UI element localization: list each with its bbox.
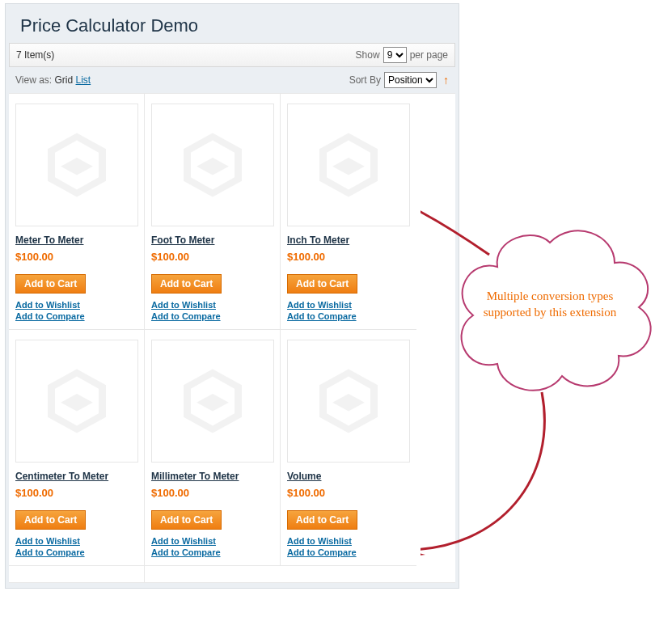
product-image[interactable] [287, 104, 410, 226]
view-list-link[interactable]: List [76, 74, 91, 86]
product-image[interactable] [151, 104, 274, 226]
product-name[interactable]: Volume [287, 471, 410, 482]
product-card: Volume $100.00 Add to Cart Add to Wishli… [281, 330, 416, 566]
product-price: $100.00 [151, 487, 273, 499]
sort-direction-icon[interactable]: ↑ [443, 74, 449, 87]
add-to-cart-button[interactable]: Add to Cart [151, 510, 222, 530]
page-title: Price Calculator Demo [6, 4, 459, 43]
product-card: Inch To Meter $100.00 Add to Cart Add to… [281, 94, 416, 330]
product-price: $100.00 [151, 251, 273, 263]
add-to-compare-link[interactable]: Add to Compare [15, 311, 137, 321]
product-card: Millimeter To Meter $100.00 Add to Cart … [145, 330, 281, 566]
show-select[interactable]: 9 [383, 47, 407, 63]
add-to-compare-link[interactable]: Add to Compare [15, 547, 137, 557]
add-to-compare-link[interactable]: Add to Compare [287, 547, 410, 557]
product-image[interactable] [15, 104, 138, 226]
product-price: $100.00 [15, 251, 137, 263]
add-to-wishlist-link[interactable]: Add to Wishlist [287, 300, 410, 310]
product-card: Foot To Meter $100.00 Add to Cart Add to… [145, 94, 281, 330]
product-image[interactable] [287, 340, 410, 463]
product-name[interactable]: Foot To Meter [151, 234, 273, 246]
annotation-text: Multiple conversion types supported by t… [479, 288, 621, 321]
product-image[interactable] [151, 340, 274, 463]
product-name[interactable]: Millimeter To Meter [151, 471, 273, 482]
product-name[interactable]: Inch To Meter [287, 234, 410, 246]
product-card: Centimeter To Meter $100.00 Add to Cart … [9, 330, 145, 566]
add-to-wishlist-link[interactable]: Add to Wishlist [15, 300, 137, 310]
product-grid-partial-row [9, 566, 455, 583]
add-to-wishlist-link[interactable]: Add to Wishlist [15, 536, 137, 546]
view-grid: Grid [54, 74, 73, 86]
view-as-label: View as: [15, 74, 52, 86]
per-page-label: per page [410, 49, 448, 61]
show-label: Show [356, 49, 380, 61]
page-container: Price Calculator Demo 7 Item(s) Show 9 p… [5, 3, 459, 589]
item-count: 7 Item(s) [16, 49, 54, 61]
add-to-compare-link[interactable]: Add to Compare [151, 311, 273, 321]
product-image[interactable] [15, 340, 138, 463]
product-card: Meter To Meter $100.00 Add to Cart Add t… [9, 94, 145, 330]
viewbar: View as: Grid List Sort By Position ↑ [9, 69, 455, 93]
product-name[interactable]: Meter To Meter [15, 234, 137, 246]
add-to-cart-button[interactable]: Add to Cart [15, 510, 86, 530]
add-to-cart-button[interactable]: Add to Cart [15, 274, 86, 294]
add-to-wishlist-link[interactable]: Add to Wishlist [151, 300, 273, 310]
sort-by-select[interactable]: Position [384, 72, 437, 88]
product-price: $100.00 [287, 487, 410, 499]
add-to-compare-link[interactable]: Add to Compare [151, 547, 273, 557]
add-to-cart-button[interactable]: Add to Cart [151, 274, 222, 294]
add-to-cart-button[interactable]: Add to Cart [287, 510, 357, 530]
sort-by-label: Sort By [349, 74, 381, 86]
product-price: $100.00 [15, 487, 137, 499]
add-to-cart-button[interactable]: Add to Cart [287, 274, 357, 294]
product-name[interactable]: Centimeter To Meter [15, 471, 137, 482]
toolbar: 7 Item(s) Show 9 per page [9, 43, 455, 67]
product-grid: Meter To Meter $100.00 Add to Cart Add t… [9, 93, 455, 566]
add-to-compare-link[interactable]: Add to Compare [287, 311, 410, 321]
add-to-wishlist-link[interactable]: Add to Wishlist [287, 536, 410, 546]
add-to-wishlist-link[interactable]: Add to Wishlist [151, 536, 273, 546]
product-price: $100.00 [287, 251, 410, 263]
